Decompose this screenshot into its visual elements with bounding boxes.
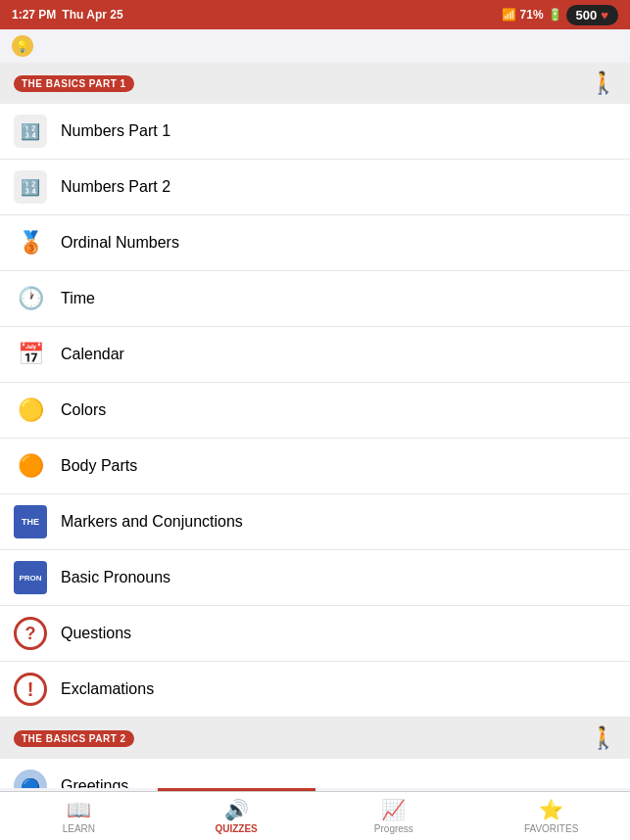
- label-body: Body Parts: [61, 457, 137, 475]
- favorites-icon: ⭐: [539, 798, 563, 821]
- progress-icon: 📈: [381, 798, 406, 821]
- list-item-num2[interactable]: 🔢 Numbers Part 2: [0, 160, 630, 215]
- icon-col: 🟡: [14, 394, 47, 427]
- battery-label: 71%: [520, 8, 544, 22]
- favorites-label: FAVORITES: [524, 823, 578, 834]
- tab-quizzes[interactable]: 🔊 QUIZZES: [158, 792, 315, 840]
- learn-icon: 📖: [67, 798, 91, 821]
- indicator-quizzes: [158, 788, 315, 791]
- status-bar-left: 1:27 PM Thu Apr 25: [12, 8, 123, 22]
- icon-num2: 🔢: [14, 170, 47, 204]
- list-item-ques[interactable]: ? Questions: [0, 606, 630, 662]
- walking-icon-1: 🚶: [590, 70, 616, 96]
- wifi-icon: 📶: [502, 8, 516, 22]
- coin-row: 💡: [0, 29, 630, 63]
- icon-excl: !: [14, 673, 47, 706]
- tab-progress[interactable]: 📈 Progress: [315, 792, 473, 840]
- list-item-excl[interactable]: ! Exclamations: [0, 662, 630, 718]
- tab-favorites[interactable]: ⭐ FAVORITES: [472, 792, 630, 840]
- label-num1: Numbers Part 1: [61, 122, 170, 140]
- battery-icon: 🔋: [548, 8, 562, 22]
- quizzes-label: QUIZZES: [215, 823, 257, 834]
- icon-greet: 🔵: [14, 770, 47, 788]
- bottom-nav: 📖 LEARN 🔊 QUIZZES 📈 Progress ⭐ FAVORITES: [0, 788, 630, 840]
- tab-learn[interactable]: 📖 LEARN: [0, 792, 158, 840]
- label-cal: Calendar: [61, 346, 124, 363]
- list-item-ord[interactable]: 🥉 Ordinal Numbers: [0, 215, 630, 271]
- main-content: THE BASICS PART 1 🚶 🔢 Numbers Part 1 🔢 N…: [0, 63, 630, 788]
- icon-ord: 🥉: [14, 226, 47, 259]
- quizzes-icon: 🔊: [224, 798, 249, 821]
- label-ques: Questions: [61, 625, 131, 642]
- list-item-num1[interactable]: 🔢 Numbers Part 1: [0, 104, 630, 160]
- status-bar: 1:27 PM Thu Apr 25 📶 71% 🔋 500 ♥: [0, 0, 630, 29]
- label-mark: Markers and Conjunctions: [61, 513, 243, 531]
- status-bar-right: 📶 71% 🔋 500 ♥: [502, 5, 618, 25]
- section-badge-basics2: THE BASICS PART 2: [14, 730, 134, 747]
- label-time: Time: [61, 290, 95, 307]
- indicator-progress: [315, 788, 473, 791]
- heart-icon: ♥: [601, 8, 608, 23]
- section-badge-basics1: THE BASICS PART 1: [14, 75, 134, 92]
- section-header-basics2: THE BASICS PART 2 🚶: [0, 718, 630, 759]
- label-ord: Ordinal Numbers: [61, 234, 179, 252]
- indicator-favorites: [472, 788, 630, 791]
- list-item-greet[interactable]: 🔵 Greetings: [0, 759, 630, 788]
- indicator-learn: [0, 788, 158, 791]
- list-item-mark[interactable]: THE Markers and Conjunctions: [0, 494, 630, 550]
- points-badge: 500 ♥: [566, 5, 618, 25]
- list-item-col[interactable]: 🟡 Colors: [0, 383, 630, 439]
- list-item-pron[interactable]: PRON Basic Pronouns: [0, 550, 630, 606]
- icon-pron: PRON: [14, 561, 47, 594]
- points-value: 500: [576, 8, 598, 23]
- list-item-body[interactable]: 🟠 Body Parts: [0, 439, 630, 494]
- label-num2: Numbers Part 2: [61, 178, 170, 196]
- progress-label: Progress: [374, 823, 413, 834]
- date-label: Thu Apr 25: [62, 8, 122, 22]
- bottom-tabs: 📖 LEARN 🔊 QUIZZES 📈 Progress ⭐ FAVORITES: [0, 791, 630, 840]
- icon-time: 🕐: [14, 282, 47, 315]
- icon-mark: THE: [14, 505, 47, 538]
- icon-num1: 🔢: [14, 115, 47, 148]
- label-pron: Basic Pronouns: [61, 569, 170, 586]
- icon-cal: 📅: [14, 338, 47, 371]
- walking-icon-2: 🚶: [590, 725, 616, 751]
- learn-label: LEARN: [63, 823, 95, 834]
- icon-ques: ?: [14, 617, 47, 650]
- icon-body: 🟠: [14, 449, 47, 483]
- label-excl: Exclamations: [61, 680, 154, 698]
- time-label: 1:27 PM: [12, 8, 56, 22]
- coin-icon: 💡: [12, 35, 33, 57]
- label-col: Colors: [61, 401, 106, 419]
- label-greet: Greetings: [61, 777, 128, 788]
- tab-indicators: [0, 788, 630, 791]
- section-header-basics1: THE BASICS PART 1 🚶: [0, 63, 630, 104]
- list-item-time[interactable]: 🕐 Time: [0, 271, 630, 327]
- list-item-cal[interactable]: 📅 Calendar: [0, 327, 630, 383]
